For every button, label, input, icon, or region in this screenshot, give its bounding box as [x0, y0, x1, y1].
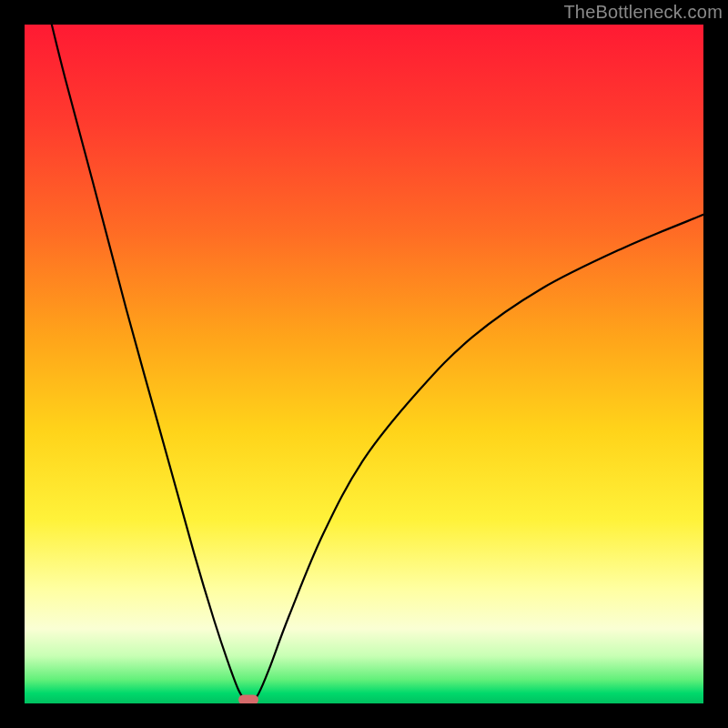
- bottleneck-curve: [52, 25, 703, 703]
- optimal-marker: [238, 695, 258, 703]
- watermark-text: TheBottleneck.com: [563, 2, 723, 23]
- curve-svg: [25, 25, 703, 703]
- chart-frame: TheBottleneck.com: [0, 0, 728, 728]
- plot-area: [25, 25, 703, 703]
